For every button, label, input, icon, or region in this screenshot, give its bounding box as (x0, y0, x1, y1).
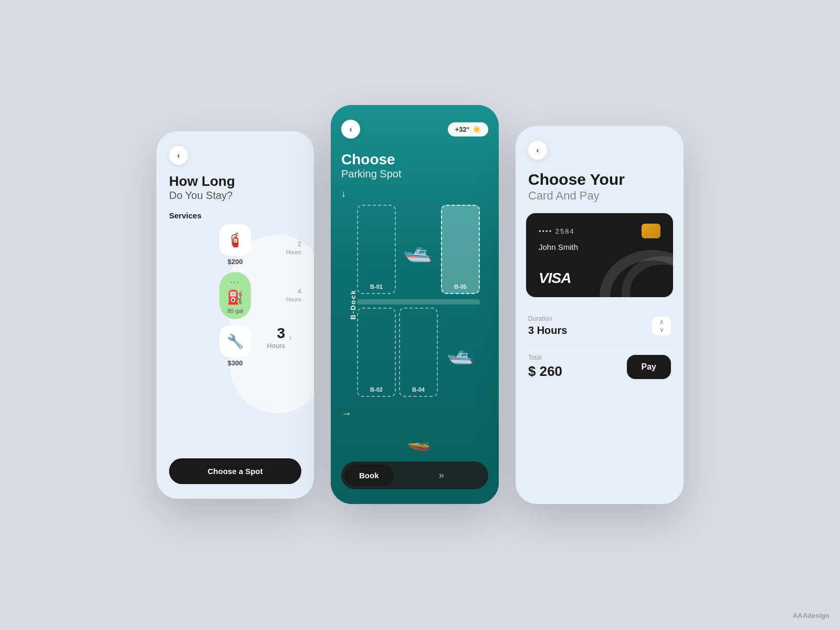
service-item-green-fuel[interactable]: ··· ⛽ 80 gal (169, 272, 301, 319)
repair-icon: 🔧 (227, 333, 244, 350)
duration-stepper[interactable]: ∧ ∨ (652, 317, 671, 335)
chip-icon (642, 224, 660, 238)
fuel-icon: 🧯 (227, 232, 244, 248)
spot-b02[interactable]: B-02 (357, 308, 396, 397)
screen1-title-line2: Do You Stay? (169, 190, 301, 202)
slide-arrows[interactable]: » (398, 470, 486, 481)
card-name: John Smith (539, 243, 660, 251)
total-row: Total $ 260 Pay (528, 344, 671, 389)
chevron-down-icon: ∨ (659, 326, 664, 333)
watermark: AAAdesign (793, 612, 830, 620)
duration-value: 3 Hours (528, 324, 567, 337)
spot-b05[interactable]: B-05 (441, 205, 480, 294)
screen-parking: ‹ +32° ☀️ Choose Parking Spot ↓ B-Dock B… (331, 105, 499, 504)
screen2-footer: Book » (331, 456, 499, 504)
screen1-title-line1: How Long (169, 173, 301, 190)
card-top: •••• 2584 (539, 224, 660, 238)
duration-detail: Duration 3 Hours ∧ ∨ (528, 308, 671, 344)
spot-b01-label: B-01 (370, 284, 383, 290)
services-label: Services (156, 202, 314, 224)
pay-button[interactable]: Pay (627, 355, 671, 379)
gal-label: 80 gal (227, 308, 243, 314)
weather-icon: ☀️ (472, 125, 481, 133)
duration-row: Duration 3 Hours ∧ ∨ (528, 315, 671, 337)
book-button[interactable]: Book (344, 465, 394, 486)
service-item-fuel[interactable]: 🧯 $200 (169, 224, 301, 266)
card-number: •••• 2584 (539, 227, 575, 235)
spots-grid: B-01 🛥️ B-05 (331, 200, 499, 299)
green-fuel-icon-wrap: ··· ⛽ 80 gal (219, 272, 251, 319)
chevron-up-icon: ∧ (659, 318, 664, 326)
spot-b01[interactable]: B-01 (357, 205, 396, 294)
book-slider: Book » (341, 461, 488, 489)
arrow-down: ↓ (331, 180, 499, 200)
screen3-title-bold: Choose Your (528, 170, 671, 189)
green-fuel-icon: ⛽ (227, 289, 244, 306)
service-price-3: $300 (228, 359, 243, 367)
credit-card[interactable]: •••• 2584 John Smith VISA (526, 213, 673, 297)
services-list: 🧯 $200 ··· ⛽ 80 gal (156, 224, 314, 450)
card-decoration (600, 229, 673, 297)
spot-b05-label: B-05 (454, 284, 467, 290)
screen2-title: Choose Parking Spot (331, 139, 499, 180)
total-label: Total (528, 354, 562, 361)
yacht-bottom-icon: 🛥️ (446, 339, 475, 366)
temperature: +32° (455, 125, 469, 133)
svg-point-1 (626, 260, 673, 297)
duration-label: Duration (528, 315, 567, 322)
payment-details: Duration 3 Hours ∧ ∨ Total $ 260 P (516, 297, 684, 504)
spot-yacht-bottom: 🛥️ (441, 308, 480, 397)
screen3-header: ‹ (516, 126, 684, 160)
screen3-title: Choose Your Card And Pay (516, 160, 684, 203)
total-value: $ 260 (528, 363, 562, 380)
row-divider (357, 299, 480, 304)
repair-icon-wrap: 🔧 (219, 326, 251, 357)
spot-yacht-third: 🚤 (357, 425, 480, 456)
arrow-right: → (331, 402, 499, 425)
back-button-2[interactable]: ‹ (341, 120, 360, 139)
choose-spot-button[interactable]: Choose a Spot (169, 458, 301, 484)
spot-b02-label: B-02 (370, 386, 383, 393)
screen2-title-bold: Choose (341, 151, 488, 168)
screen2-title-light: Parking Spot (341, 168, 488, 180)
fuel-icon-wrap: 🧯 (219, 224, 251, 256)
weather-badge: +32° ☀️ (448, 122, 488, 136)
screen-duration: ‹ How Long Do You Stay? Services 2Hours … (156, 131, 314, 499)
screen3-title-light: Card And Pay (528, 189, 671, 203)
duration-text: Duration 3 Hours (528, 315, 567, 337)
spot-b04-label: B-04 (412, 386, 425, 393)
service-price-1: $200 (228, 258, 243, 266)
card-area: •••• 2584 John Smith VISA (516, 203, 684, 297)
total-text: Total $ 260 (528, 354, 562, 380)
back-button-3[interactable]: ‹ (528, 141, 547, 160)
visa-logo: VISA (539, 270, 571, 287)
spot-yacht-top: 🛥️ (399, 205, 438, 294)
screen-payment: ‹ Choose Your Card And Pay •••• 2584 (516, 126, 684, 504)
dock-label: B-Dock (349, 289, 357, 320)
yacht-third-icon: 🚤 (407, 429, 430, 452)
spot-b04[interactable]: B-04 (399, 308, 438, 397)
yacht-top-icon: 🛥️ (403, 235, 434, 264)
back-button-1[interactable]: ‹ (169, 146, 188, 165)
screen2-header: ‹ +32° ☀️ (331, 105, 499, 139)
dots: ··· (230, 278, 240, 287)
service-item-repair[interactable]: 🔧 $300 (169, 326, 301, 367)
